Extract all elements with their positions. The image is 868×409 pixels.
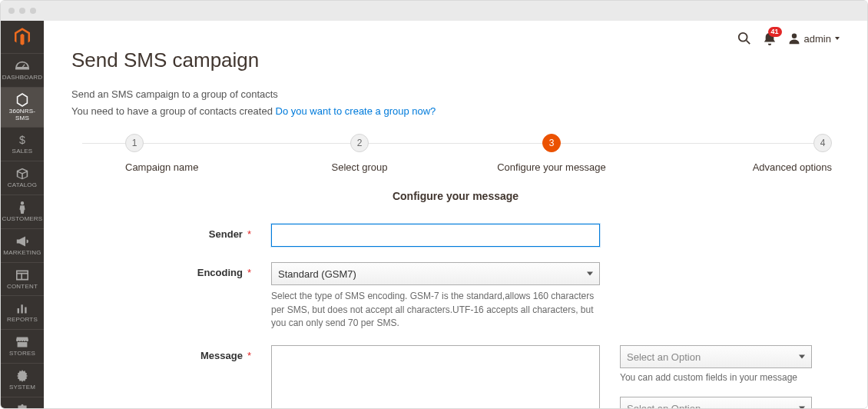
svg-text:$: $: [19, 135, 25, 147]
custom-fields-hint: You can add custom fields in your messag…: [620, 371, 812, 384]
sidebar-item-partners[interactable]: FIND PARTNERS & EXTENSIONS: [1, 397, 44, 409]
sidebar-item-label: MARKETING: [3, 250, 41, 257]
sidebar-item-catalog[interactable]: CATALOG: [1, 161, 44, 195]
sidebar-item-dashboard[interactable]: DASHBOARD: [1, 53, 44, 87]
page-intro: Send an SMS campaign to a group of conta…: [71, 86, 840, 120]
person-icon: [15, 201, 30, 214]
intro-line-1: Send an SMS campaign to a group of conta…: [71, 86, 840, 103]
window-dot: [30, 8, 36, 14]
step-label: Advanced options: [753, 161, 832, 173]
sidebar-item-label: CATALOG: [8, 182, 37, 189]
sidebar-item-stores[interactable]: STORES: [1, 329, 44, 363]
step-label: Configure your message: [497, 161, 606, 173]
sidebar-item-reports[interactable]: REPORTS: [1, 295, 44, 329]
window-titlebar: [1, 1, 867, 21]
page-title: Send SMS campaign: [71, 48, 840, 72]
storefront-icon: [15, 335, 30, 349]
notifications-bell[interactable]: 41: [764, 32, 776, 45]
campaign-form: Sender* Encoding* Standard (GSM7): [71, 224, 840, 409]
custom-fields-select[interactable]: Select an Option: [620, 345, 812, 368]
puzzle-icon: [15, 403, 30, 409]
sidebar-item-label: DASHBOARD: [2, 75, 42, 81]
megaphone-icon: [15, 234, 30, 248]
svg-line-2: [746, 41, 750, 45]
window-dot: [19, 8, 25, 14]
admin-topbar: 41 admin: [737, 32, 840, 45]
encoding-label: Encoding*: [71, 262, 271, 278]
window-dot: [8, 8, 15, 14]
sidebar-item-system[interactable]: SYSTEM: [1, 363, 44, 397]
hexagon-icon: [15, 93, 30, 107]
notification-count-badge: 41: [768, 27, 782, 37]
layout-icon: [15, 268, 30, 282]
sidebar-item-label: STORES: [9, 351, 35, 357]
sidebar-item-sales[interactable]: $ SALES: [1, 127, 44, 161]
box-icon: [15, 167, 30, 181]
gauge-icon: [15, 59, 30, 73]
step-number: 1: [125, 134, 144, 152]
admin-sidebar: DASHBOARD 360NRS-SMS $ SALES CATALOG: [1, 21, 44, 409]
sender-input[interactable]: [271, 224, 600, 247]
sidebar-item-label: REPORTS: [7, 317, 38, 324]
sidebar-item-label: CUSTOMERS: [2, 216, 43, 223]
wizard-steps: 1 Campaign name 2 Select group 3 Configu…: [71, 134, 840, 173]
message-label: Message*: [71, 345, 271, 361]
user-icon: [788, 32, 800, 45]
step-1[interactable]: 1 Campaign name: [71, 134, 263, 173]
step-4[interactable]: 4 Advanced options: [648, 134, 840, 173]
chart-bars-icon: [15, 301, 30, 315]
sidebar-item-content[interactable]: CONTENT: [1, 262, 44, 296]
step-3[interactable]: 3 Configure your message: [456, 134, 648, 173]
sidebar-item-360nrs-sms[interactable]: 360NRS-SMS: [1, 87, 44, 128]
sidebar-item-label: 360NRS-SMS: [2, 108, 42, 122]
sidebar-item-marketing[interactable]: MARKETING: [1, 228, 44, 262]
urls-select[interactable]: Select an Option: [620, 397, 812, 409]
step-2[interactable]: 2 Select group: [263, 134, 456, 173]
encoding-select[interactable]: Standard (GSM7): [271, 262, 600, 285]
step-number: 4: [813, 134, 832, 152]
svg-point-1: [738, 33, 747, 42]
dollar-icon: $: [15, 133, 30, 147]
intro-line-2: You need to have a group of contacts cre…: [71, 105, 276, 117]
sender-label: Sender*: [71, 224, 271, 240]
step-number: 3: [542, 134, 561, 152]
magento-logo-icon: [15, 30, 30, 44]
gear-icon: [15, 369, 30, 383]
create-group-link[interactable]: Do you want to create a group now?: [276, 105, 436, 117]
account-username: admin: [804, 33, 831, 45]
search-icon[interactable]: [737, 32, 751, 45]
sidebar-item-label: SALES: [12, 148, 33, 155]
section-title: Configure your message: [71, 190, 840, 202]
sidebar-item-customers[interactable]: CUSTOMERS: [1, 195, 44, 228]
encoding-hint: Select the type of SMS encoding. GSM-7 i…: [271, 290, 600, 330]
account-menu[interactable]: admin: [788, 32, 840, 45]
sidebar-item-label: CONTENT: [7, 284, 38, 291]
chevron-down-icon: [835, 37, 840, 40]
sidebar-item-label: SYSTEM: [9, 384, 35, 391]
magento-logo[interactable]: [1, 21, 44, 53]
step-label: Campaign name: [125, 161, 198, 173]
message-textarea[interactable]: [271, 345, 600, 409]
step-label: Select group: [332, 161, 388, 173]
step-number: 2: [350, 134, 369, 152]
